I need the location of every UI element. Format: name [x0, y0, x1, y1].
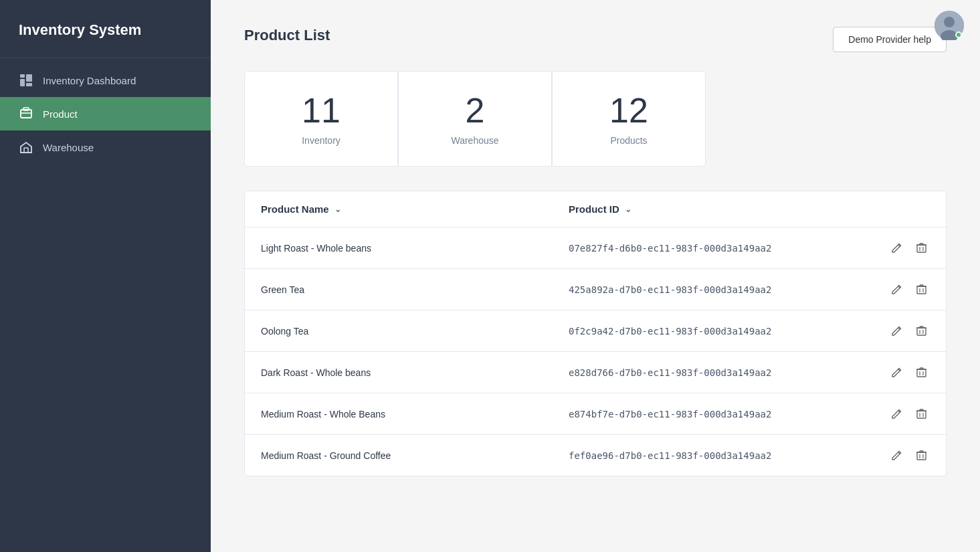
table-header: Product Name ⌄ Product ID ⌄	[245, 191, 946, 227]
svg-rect-2	[26, 74, 32, 82]
delete-button[interactable]	[913, 447, 930, 464]
delete-button[interactable]	[913, 240, 930, 256]
sidebar: Inventory System Inventory Dashboard	[0, 0, 211, 552]
svg-rect-52	[917, 452, 926, 460]
table-row: Light Roast - Whole beans 07e827f4-d6b0-…	[245, 227, 946, 269]
edit-button[interactable]	[888, 447, 905, 464]
cell-actions	[876, 323, 930, 339]
main-content: Product List Demo Provider help 11 Inven…	[211, 0, 980, 552]
delete-button[interactable]	[913, 323, 930, 339]
svg-rect-1	[20, 79, 25, 86]
app-title: Inventory System	[0, 0, 211, 58]
cell-product-id: 0f2c9a42-d7b0-ec11-983f-000d3a149aa2	[569, 326, 876, 337]
svg-rect-3	[26, 83, 32, 86]
cell-product-id: 425a892a-d7b0-ec11-983f-000d3a149aa2	[569, 284, 876, 295]
sidebar-label-dashboard: Inventory Dashboard	[43, 75, 136, 86]
table-row: Green Tea 425a892a-d7b0-ec11-983f-000d3a…	[245, 269, 946, 310]
cell-product-name: Medium Roast - Ground Coffee	[261, 450, 569, 461]
product-table: Product Name ⌄ Product ID ⌄ Light Roast …	[244, 191, 947, 476]
stat-label-inventory: Inventory	[302, 135, 340, 146]
sidebar-label-product: Product	[43, 108, 78, 120]
edit-button[interactable]	[888, 323, 905, 339]
stat-card-inventory: 11 Inventory	[244, 71, 398, 167]
svg-rect-44	[917, 411, 926, 418]
cell-product-name: Dark Roast - Whole beans	[261, 367, 569, 378]
svg-rect-20	[917, 286, 926, 294]
col-header-actions	[876, 203, 930, 215]
cell-actions	[876, 447, 930, 464]
stat-number-warehouse: 2	[466, 92, 485, 130]
warehouse-icon	[19, 140, 33, 155]
cell-product-name: Oolong Tea	[261, 326, 569, 337]
edit-button[interactable]	[888, 364, 905, 381]
cell-actions	[876, 281, 930, 298]
table-row: Medium Roast - Ground Coffee fef0ae96-d7…	[245, 435, 946, 476]
svg-rect-36	[917, 369, 926, 377]
delete-button[interactable]	[913, 364, 930, 381]
sidebar-label-warehouse: Warehouse	[43, 142, 94, 153]
edit-button[interactable]	[888, 281, 905, 298]
sidebar-item-warehouse[interactable]: Warehouse	[0, 130, 211, 164]
cell-product-name: Green Tea	[261, 284, 569, 295]
stat-label-products: Products	[610, 135, 647, 146]
table-row: Medium Roast - Whole Beans e874bf7e-d7b0…	[245, 393, 946, 435]
sidebar-item-inventory-dashboard[interactable]: Inventory Dashboard	[0, 64, 211, 97]
cell-product-name: Medium Roast - Whole Beans	[261, 409, 569, 420]
sort-icon-name: ⌄	[334, 205, 341, 214]
cell-product-id: 07e827f4-d6b0-ec11-983f-000d3a149aa2	[569, 243, 876, 254]
cell-product-id: e828d766-d7b0-ec11-983f-000d3a149aa2	[569, 367, 876, 378]
svg-rect-12	[917, 245, 926, 252]
page-title: Product List	[244, 27, 330, 44]
stat-number-products: 12	[609, 92, 648, 130]
stat-label-warehouse: Warehouse	[451, 135, 498, 146]
edit-button[interactable]	[888, 405, 905, 422]
stats-row: 11 Inventory 2 Warehouse 12 Products	[244, 71, 947, 167]
cell-product-name: Light Roast - Whole beans	[261, 243, 569, 254]
delete-button[interactable]	[913, 281, 930, 298]
svg-point-9	[944, 17, 955, 27]
svg-rect-0	[20, 74, 25, 78]
online-indicator	[955, 31, 962, 38]
svg-rect-4	[21, 110, 31, 118]
delete-button[interactable]	[913, 405, 930, 422]
sidebar-item-product[interactable]: Product	[0, 97, 211, 130]
user-avatar[interactable]	[935, 11, 964, 40]
stat-card-warehouse: 2 Warehouse	[398, 71, 552, 167]
stat-card-products: 12 Products	[552, 71, 706, 167]
sidebar-nav: Inventory Dashboard Product Warehouse	[0, 64, 211, 164]
cell-product-id: e874bf7e-d7b0-ec11-983f-000d3a149aa2	[569, 409, 876, 420]
table-body: Light Roast - Whole beans 07e827f4-d6b0-…	[245, 227, 946, 476]
svg-rect-28	[917, 328, 926, 335]
stat-number-inventory: 11	[302, 92, 340, 130]
svg-rect-7	[24, 148, 28, 153]
demo-provider-button[interactable]: Demo Provider help	[833, 27, 947, 52]
svg-rect-5	[23, 108, 29, 110]
edit-button[interactable]	[888, 240, 905, 256]
product-icon	[19, 106, 33, 121]
cell-actions	[876, 364, 930, 381]
dashboard-icon	[19, 73, 33, 88]
col-header-product-id[interactable]: Product ID ⌄	[569, 203, 876, 215]
cell-product-id: fef0ae96-d7b0-ec11-983f-000d3a149aa2	[569, 450, 876, 461]
table-row: Dark Roast - Whole beans e828d766-d7b0-e…	[245, 352, 946, 393]
table-row: Oolong Tea 0f2c9a42-d7b0-ec11-983f-000d3…	[245, 310, 946, 352]
header-row: Product List Demo Provider help	[244, 27, 947, 52]
cell-actions	[876, 240, 930, 256]
cell-actions	[876, 405, 930, 422]
sort-icon-id: ⌄	[625, 205, 631, 214]
col-header-product-name[interactable]: Product Name ⌄	[261, 203, 569, 215]
